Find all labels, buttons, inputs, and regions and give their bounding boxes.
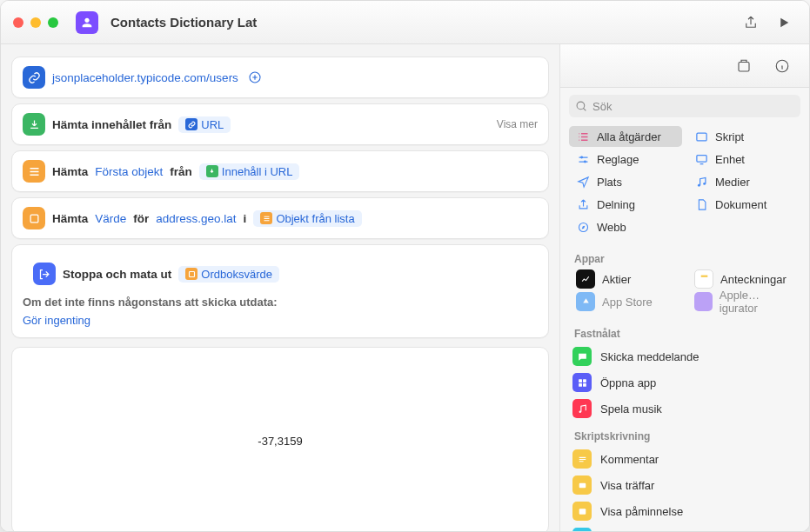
svg-point-10 [703, 182, 706, 184]
category-web[interactable]: Webb [569, 216, 682, 237]
search-icon [576, 101, 587, 112]
app-notes[interactable]: Anteckningar [687, 269, 800, 289]
get-value-kind[interactable]: Värde [95, 212, 126, 225]
window-controls[interactable] [13, 17, 58, 28]
safari-icon [576, 220, 590, 234]
library-button[interactable] [731, 55, 757, 77]
svg-rect-19 [579, 509, 586, 515]
svg-point-17 [579, 410, 580, 412]
svg-point-9 [697, 183, 700, 186]
app-configurator[interactable]: Apple…igurator [687, 291, 800, 312]
show-result-icon [572, 475, 592, 495]
stocks-icon [576, 269, 595, 289]
shortcut-icon [76, 11, 98, 34]
output-value: -37,3159 [258, 435, 302, 448]
action-show-alert[interactable]: Visa påminnelse [560, 498, 809, 524]
dictionary-icon [23, 207, 45, 229]
share-button[interactable] [738, 11, 764, 34]
app-appstore[interactable]: App Store [569, 291, 682, 312]
url-value[interactable]: jsonplaceholder.typicode.com/users [52, 71, 238, 84]
category-device[interactable]: Enhet [687, 149, 800, 170]
category-script[interactable]: Skript [687, 126, 800, 147]
get-value-in: i [244, 212, 247, 225]
action-url[interactable]: jsonplaceholder.typicode.com/users [11, 57, 549, 98]
get-contents-label: Hämta innehållet från [52, 118, 171, 131]
action-play-music[interactable]: Spela musik [560, 396, 809, 422]
action-send-message[interactable]: Skicka meddelande [560, 343, 809, 369]
category-location[interactable]: Plats [569, 171, 682, 192]
svg-point-7 [583, 160, 586, 163]
search-placeholder: Sök [592, 100, 612, 113]
add-url-button[interactable] [245, 68, 264, 87]
action-get-value[interactable]: Hämta Värde för address.geo.lat i Objekt… [11, 197, 549, 239]
notes-icon [694, 269, 713, 289]
close-window[interactable] [13, 17, 23, 28]
svg-rect-5 [696, 133, 706, 141]
svg-rect-3 [739, 62, 749, 71]
get-value-for: för [133, 212, 149, 225]
action-stop-output[interactable]: Stoppa och mata ut Ordboksvärde Om det i… [11, 244, 549, 338]
link-icon [23, 66, 45, 89]
run-button[interactable] [771, 11, 797, 34]
location-icon [576, 175, 590, 189]
document-icon [694, 197, 708, 211]
app-stocks[interactable]: Aktier [569, 269, 682, 289]
category-controls[interactable]: Reglage [569, 149, 682, 170]
output-preview: -37,3159 [11, 347, 549, 531]
action-get-item[interactable]: Hämta Första objekt från Innehåll i URL [11, 150, 549, 192]
category-all-actions[interactable]: Alla åtgärder [569, 126, 682, 147]
show-more-button[interactable]: Visa mer [497, 118, 538, 130]
svg-rect-15 [579, 383, 582, 387]
music-note-icon [694, 175, 708, 189]
message-icon [572, 347, 592, 366]
workflow-canvas[interactable]: jsonplaceholder.typicode.com/users Hämta… [1, 44, 560, 531]
do-nothing-option[interactable]: Gör ingenting [23, 314, 538, 327]
dict-value-variable-pill[interactable]: Ordboksvärde [178, 266, 279, 283]
open-app-icon [572, 373, 592, 392]
fullscreen-window[interactable] [48, 17, 58, 28]
svg-rect-1 [30, 215, 38, 223]
category-media[interactable]: Medier [687, 171, 800, 192]
category-sharing[interactable]: Delning [569, 194, 682, 215]
stop-prefix: Stoppa och mata ut [63, 268, 171, 281]
list-bullet-icon [576, 130, 590, 143]
action-open-app[interactable]: Öppna app [560, 369, 809, 396]
get-item-prefix: Hämta [52, 165, 88, 178]
terminal-icon [694, 130, 708, 143]
monitor-icon [694, 152, 708, 166]
svg-point-6 [580, 156, 583, 158]
share-icon [576, 197, 590, 211]
minimize-window[interactable] [30, 17, 41, 28]
configurator-icon [694, 292, 713, 311]
scripting-section-label: Skriptskrivning [560, 422, 809, 446]
comment-icon [572, 449, 592, 469]
svg-rect-13 [579, 379, 582, 382]
window-title: Contacts Dictionary Lat [110, 15, 731, 30]
action-show-result[interactable]: Visa träffar [560, 472, 809, 498]
search-input[interactable]: Sök [569, 95, 800, 117]
info-button[interactable] [769, 55, 795, 77]
pinned-section-label: Fastnålat [560, 319, 809, 343]
contents-variable-pill[interactable]: Innehåll i URL [199, 163, 300, 180]
url-variable-pill[interactable]: URL [178, 116, 231, 133]
list-item-variable-pill[interactable]: Objekt från lista [253, 210, 361, 227]
svg-rect-8 [696, 155, 706, 162]
alert-icon [572, 502, 592, 521]
category-document[interactable]: Dokument [687, 194, 800, 215]
appstore-icon [576, 292, 595, 311]
play-music-icon [572, 399, 592, 418]
ask-input-icon [572, 528, 592, 531]
dictionary-key-path[interactable]: address.geo.lat [156, 212, 236, 225]
action-ask-input[interactable]: Be om inmatning [560, 524, 809, 531]
svg-rect-14 [583, 379, 586, 382]
svg-rect-18 [579, 482, 586, 487]
svg-rect-12 [700, 275, 707, 276]
first-item-selector[interactable]: Första objekt [95, 165, 163, 178]
exit-icon [33, 263, 56, 285]
apps-section-label: Appar [560, 244, 809, 269]
if-nowhere-label: Om det inte finns någonstans att skicka … [23, 296, 538, 309]
action-get-contents[interactable]: Hämta innehållet från URL Visa mer [11, 103, 549, 145]
get-item-mid: från [170, 165, 192, 178]
action-comment[interactable]: Kommentar [560, 446, 809, 472]
list-icon [23, 160, 45, 183]
